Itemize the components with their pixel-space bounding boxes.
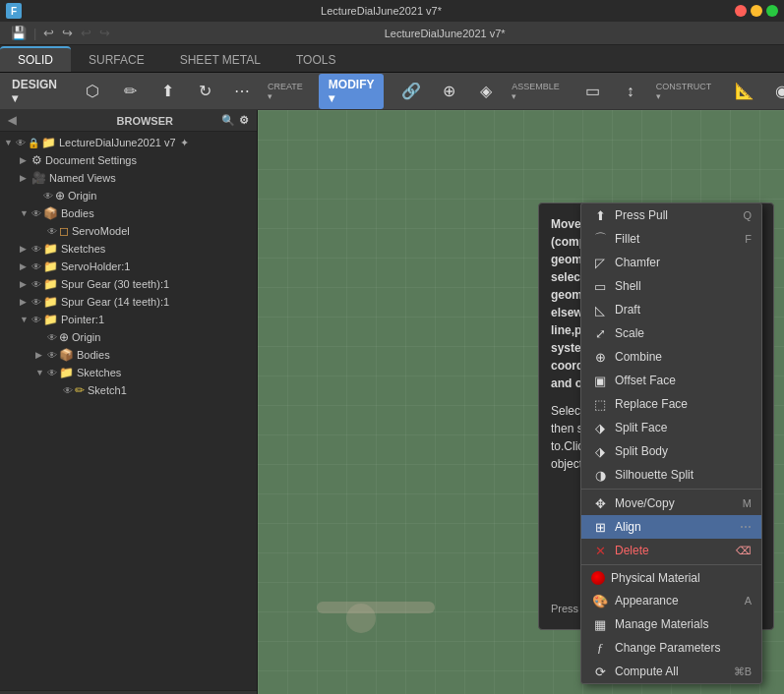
tab-solid[interactable]: SOLID <box>0 46 71 72</box>
menu-split-face[interactable]: ⬗ Split Face <box>581 416 761 439</box>
menu-appearance-label: Appearance <box>615 594 679 607</box>
assemble-label[interactable]: ASSEMBLE ▾ <box>512 82 560 101</box>
tree-item-sketches2[interactable]: ▼ 👁 📁 Sketches <box>0 364 257 381</box>
bodies-icon: 📦 <box>43 206 58 220</box>
eye-bodies2[interactable]: 👁 <box>47 350 57 361</box>
maximize-btn[interactable] <box>766 5 778 17</box>
sh-icon: 📁 <box>43 260 58 273</box>
tree-item-pointer[interactable]: ▼ 👁 📁 Pointer:1 <box>0 311 257 328</box>
eye-sh[interactable]: 👁 <box>31 261 41 272</box>
toolbar-extrude[interactable]: ⬆ <box>150 82 185 101</box>
tab-sheet-metal[interactable]: SHEET METAL <box>162 48 278 72</box>
menu-shell[interactable]: ▭ Shell <box>581 274 761 298</box>
3d-viewport[interactable]: ⬆ Press Pull Q ⌒ Fillet F ◸ Chamfer ▭ Sh… <box>258 110 784 694</box>
menu-compute-all[interactable]: ⟳ Compute All ⌘B <box>581 660 761 683</box>
menu-delete-shortcut: ⌫ <box>736 545 752 557</box>
tab-tools[interactable]: TOOLS <box>278 48 353 72</box>
minimize-btn[interactable] <box>751 5 762 17</box>
align-icon: ⊞ <box>591 519 609 535</box>
eye-sg30[interactable]: 👁 <box>31 279 41 290</box>
menu-move-copy[interactable]: ✥ Move/Copy M <box>581 492 761 515</box>
eye-sk2[interactable]: 👁 <box>47 368 57 378</box>
tree-item-doc-settings[interactable]: ▶ ⚙ Document Settings <box>0 151 257 169</box>
tree-item-servo-holder[interactable]: ▶ 👁 📁 ServoHolder:1 <box>0 258 257 275</box>
menu-split-body[interactable]: ⬗ Split Body <box>581 439 761 463</box>
tree-item-sketches[interactable]: ▶ 👁 📁 Sketches <box>0 240 257 258</box>
menu-split-face-label: Split Face <box>615 421 667 434</box>
menu-fillet[interactable]: ⌒ Fillet F <box>581 227 761 251</box>
construct-label[interactable]: CONSTRUCT ▾ <box>656 82 711 101</box>
tree-item-bodies2[interactable]: ▶ 👁 📦 Bodies <box>0 346 257 364</box>
menu-chamfer[interactable]: ◸ Chamfer <box>581 251 761 274</box>
menu-combine[interactable]: ⊕ Combine <box>581 345 761 369</box>
fillet-icon: ⌒ <box>591 231 609 247</box>
toolbar-measure[interactable]: 📐 <box>727 82 762 101</box>
expand-arrow-ptr: ▼ <box>20 315 31 324</box>
menu-draft[interactable]: ◺ Draft <box>581 298 761 321</box>
tree-item-sketch1[interactable]: 👁 ✏ Sketch1 <box>0 381 257 399</box>
tree-item-spur30[interactable]: ▶ 👁 📁 Spur Gear (30 teeth):1 <box>0 275 257 293</box>
lock-root: 🔒 <box>28 138 39 148</box>
toolbar-revolve[interactable]: ↻ <box>187 82 222 101</box>
browser-settings-icon[interactable]: ⚙ <box>239 114 249 127</box>
menu-change-parameters[interactable]: ƒ Change Parameters <box>581 636 761 660</box>
tree-item-root[interactable]: ▼ 👁 🔒 📁 LectureDialJune2021 v7 ✦ <box>0 134 257 151</box>
toolbar-offset-plane[interactable]: ▭ <box>575 82 611 101</box>
toolbar-create-sketch[interactable]: ✏ <box>112 82 148 101</box>
menu-appearance[interactable]: 🎨 Appearance A <box>581 589 761 612</box>
modify-menu-btn[interactable]: MODIFY ▾ <box>319 74 384 109</box>
menu-align[interactable]: ⊞ Align ⋯ <box>581 515 761 539</box>
eye-origin[interactable]: 👁 <box>43 191 53 202</box>
eye-sg14[interactable]: 👁 <box>31 297 41 308</box>
menu-physical-material[interactable]: Physical Material <box>581 567 761 589</box>
eye-servo[interactable]: 👁 <box>47 226 57 237</box>
tree-item-named-views[interactable]: ▶ 🎥 Named Views <box>0 169 257 187</box>
menu-replace-face[interactable]: ⬚ Replace Face <box>581 392 761 416</box>
toolbar-new-component2[interactable]: 🔗 <box>393 82 429 101</box>
eye-bodies[interactable]: 👁 <box>31 208 41 219</box>
menu-press-pull-label: Press Pull <box>615 208 668 222</box>
modify-dropdown: ⬆ Press Pull Q ⌒ Fillet F ◸ Chamfer ▭ Sh… <box>580 202 762 684</box>
eye-ptr[interactable]: 👁 <box>31 315 41 325</box>
expand-arrow-sh: ▶ <box>20 261 31 271</box>
menu-manage-materials[interactable]: ▦ Manage Materials <box>581 612 761 636</box>
toolbar-as-built[interactable]: ◈ <box>468 82 504 101</box>
toolbar-interference[interactable]: ◉ <box>764 82 784 101</box>
eye-root[interactable]: 👁 <box>16 138 26 148</box>
menu-offset-face[interactable]: ▣ Offset Face <box>581 369 761 392</box>
version-badge: ✦ <box>180 137 189 149</box>
appearance-icon: 🎨 <box>591 593 609 608</box>
save-icon[interactable]: 💾 <box>8 26 30 40</box>
browser-header[interactable]: ◀ BROWSER 🔍 ⚙ <box>0 110 257 132</box>
menu-delete[interactable]: ✕ Delete ⌫ <box>581 539 761 562</box>
undo-icon[interactable]: ↩ <box>40 26 57 40</box>
tree-item-origin2[interactable]: 👁 ⊕ Origin <box>0 328 257 346</box>
sketch1-icon: ✏ <box>75 383 85 397</box>
tab-surface[interactable]: SURFACE <box>71 48 162 72</box>
tree-item-spur14[interactable]: ▶ 👁 📁 Spur Gear (14 teeth):1 <box>0 293 257 311</box>
tree-label-bodies: Bodies <box>61 207 94 219</box>
tree-item-servo-model[interactable]: 👁 ◻ ServoModel <box>0 222 257 240</box>
toolbar-more[interactable]: ⋯ <box>224 82 260 101</box>
tree-item-origin[interactable]: 👁 ⊕ Origin <box>0 187 257 204</box>
toolbar-midplane[interactable]: ↕ <box>613 82 648 101</box>
eye-sk1[interactable]: 👁 <box>63 385 73 396</box>
menu-silhouette-split[interactable]: ◑ Silhouette Split <box>581 463 761 487</box>
design-menu[interactable]: DESIGN ▾ <box>6 76 65 107</box>
eye-sketches[interactable]: 👁 <box>31 244 41 255</box>
create-label[interactable]: CREATE ▾ <box>268 82 303 101</box>
main-toolbar: DESIGN ▾ ⬡ ✏ ⬆ ↻ ⋯ CREATE ▾ MODIFY ▾ 🔗 ⊕… <box>0 73 784 110</box>
toolbar-joint[interactable]: ⊕ <box>431 82 466 101</box>
window-controls <box>735 5 778 17</box>
menu-press-pull[interactable]: ⬆ Press Pull Q <box>581 203 761 227</box>
toolbar-new-component[interactable]: ⬡ <box>75 82 110 101</box>
close-btn[interactable] <box>735 5 747 17</box>
browser-search-icon[interactable]: 🔍 <box>221 114 235 127</box>
redo-icon[interactable]: ↪ <box>59 26 76 40</box>
menu-scale[interactable]: ⤢ Scale <box>581 321 761 345</box>
redo-icon2[interactable]: ↪ <box>96 26 113 40</box>
tree-item-bodies[interactable]: ▼ 👁 📦 Bodies <box>0 204 257 222</box>
undo-icon2[interactable]: ↩ <box>78 26 94 40</box>
eye-origin2[interactable]: 👁 <box>47 332 57 343</box>
views-icon: 🎥 <box>31 171 46 185</box>
